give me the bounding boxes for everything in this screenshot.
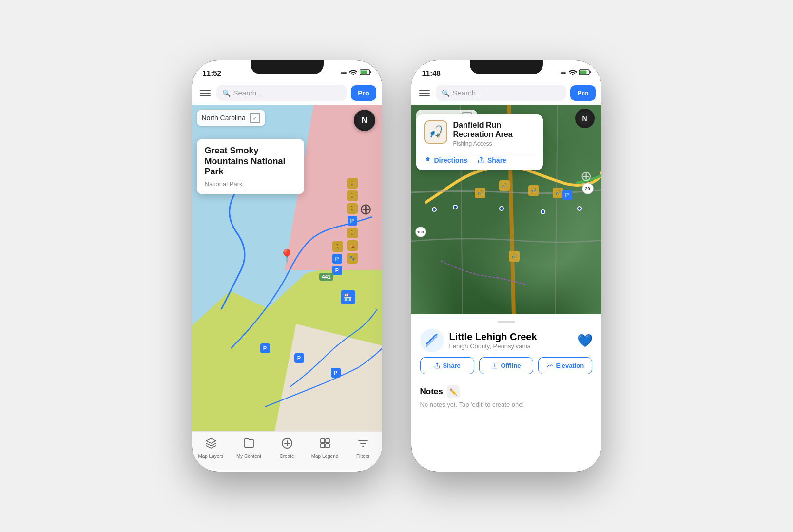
pro-button-1[interactable]: Pro [351, 85, 376, 101]
map-area-1[interactable]: North Carolina ⤢ Great Smoky Mountains N… [192, 105, 382, 431]
pro-button-2[interactable]: Pro [570, 85, 595, 101]
crosshair-icon[interactable]: ⊕ [359, 200, 372, 218]
popup2-title: Danfield Run Recreation Area [453, 120, 535, 139]
elevation-label: Elevation [556, 362, 584, 369]
status-icons-1: ▪▪▪ [341, 69, 371, 76]
parking-icon-1: P [348, 216, 357, 226]
phone-2: 11:48 ▪▪▪ 🔍 Search... Pro [411, 60, 601, 472]
popup2-inner: 🎣 Danfield Run Recreation Area Fishing A… [424, 120, 535, 147]
svg-rect-9 [590, 71, 591, 73]
battery-icon [360, 69, 371, 76]
share-label: Share [443, 362, 461, 369]
waypoint-5 [577, 206, 582, 211]
directions-button[interactable]: Directions [424, 156, 467, 164]
bottom-sheet: Little Lehigh Creek Lehigh County, Penns… [411, 314, 601, 412]
search-icon-2: 🔍 [442, 89, 450, 97]
nav-label-create: Create [279, 454, 294, 459]
notes-header: Notes ✏️ [420, 385, 593, 398]
search-placeholder-1: Search... [233, 89, 263, 97]
notes-title: Notes [420, 387, 443, 397]
sheet-title-group: Little Lehigh Creek Lehigh County, Penns… [449, 331, 571, 350]
compass-label-2: N [582, 114, 587, 122]
share-label-popup: Share [487, 156, 506, 164]
svg-rect-7 [326, 444, 329, 448]
sheet-header: Little Lehigh Creek Lehigh County, Penns… [420, 329, 593, 352]
compass-2: N [575, 109, 595, 128]
nav-label-my-content: My Content [236, 454, 261, 459]
svg-rect-10 [580, 71, 586, 74]
search-placeholder-2: Search... [453, 89, 482, 97]
signal-icon: ▪▪▪ [341, 70, 347, 76]
svg-rect-2 [360, 71, 367, 74]
svg-rect-1 [370, 71, 371, 73]
top-bar-2: 🔍 Search... Pro [411, 82, 601, 105]
hiking-icon-1: 🚶 [347, 178, 358, 189]
favorite-button[interactable]: 💙 [577, 333, 593, 348]
wifi-icon [349, 69, 357, 76]
top-bar-1: 🔍 Search... Pro [192, 82, 382, 105]
expand-icon-1[interactable]: ⤢ [250, 113, 260, 123]
svg-rect-4 [321, 439, 325, 443]
map-layers-icon [205, 437, 217, 452]
waypoint-3 [499, 206, 504, 211]
popup2-actions: Directions Share [424, 152, 535, 164]
store-icon: 🏪 [341, 290, 355, 304]
status-icons-2: ▪▪▪ [561, 69, 591, 76]
share-button-popup[interactable]: Share [477, 156, 506, 164]
map-popup-1: Great Smoky Mountains National Park Nati… [197, 139, 304, 194]
map-area-2[interactable]: 🎣 🎣 🎣 🎣 🎣 P 29 100 Pennsylvania ⤢ 🎣 Danf… [411, 105, 601, 314]
share-button[interactable]: Share [420, 357, 474, 374]
sheet-subtitle: Lehigh County, Pennsylvania [449, 342, 571, 350]
map-icons-cluster-2: 🚶 P P [332, 241, 343, 275]
route-number-100: 100 [415, 227, 426, 237]
map-popup-2: 🎣 Danfield Run Recreation Area Fishing A… [416, 114, 543, 170]
svg-rect-6 [321, 444, 325, 448]
search-icon-1: 🔍 [222, 89, 231, 97]
waypoint-4 [541, 209, 545, 214]
notch-2 [470, 60, 543, 74]
notes-edit-button[interactable]: ✏️ [447, 385, 460, 398]
parking-cluster-lower: P [260, 343, 270, 353]
wifi-icon-2 [569, 69, 577, 76]
nav-item-map-legend[interactable]: Map Legend [306, 436, 344, 459]
nav-item-create[interactable]: Create [268, 436, 306, 459]
parking-icon-3: P [332, 266, 342, 275]
status-time-2: 11:48 [422, 69, 441, 77]
hiking-icon-4: 🚶 [347, 228, 358, 238]
status-time-1: 11:52 [203, 69, 221, 77]
elevation-button[interactable]: Elevation [538, 357, 592, 374]
popup2-subtitle: Fishing Access [453, 140, 535, 147]
bottom-nav-1: Map Layers My Content Create Map Legend [192, 431, 382, 470]
route-sign: 441 [319, 273, 333, 281]
waypoint-1 [432, 207, 437, 212]
nav-item-filters[interactable]: Filters [344, 436, 382, 459]
popup-subtitle-1: National Park [205, 180, 296, 188]
battery-icon-2 [579, 69, 591, 76]
sat-parking: P [562, 190, 572, 200]
sheet-title: Little Lehigh Creek [449, 331, 571, 342]
signal-icon-2: ▪▪▪ [561, 70, 566, 76]
nav-item-my-content[interactable]: My Content [230, 436, 268, 459]
parking-lower-2: P [294, 353, 304, 363]
filters-icon [357, 437, 369, 452]
route-number-29: 29 [582, 183, 594, 194]
directions-label: Directions [434, 156, 467, 164]
menu-button-2[interactable] [417, 88, 432, 98]
parking-lower-3: P [331, 368, 341, 378]
nav-label-map-layers: Map Layers [198, 454, 223, 459]
offline-label: Offline [501, 362, 521, 369]
camping-icon: ⛺ [347, 240, 358, 251]
wildlife-icon: 🐾 [347, 253, 358, 264]
crosshair-icon-2: ⊕ [580, 168, 592, 184]
notes-section: Notes ✏️ No notes yet. Tap 'edit' to cre… [420, 380, 593, 408]
search-box-2[interactable]: 🔍 Search... [436, 85, 567, 101]
hiking-icon-2: 🚶 [347, 190, 358, 201]
svg-rect-5 [326, 439, 329, 443]
menu-button-1[interactable] [198, 88, 213, 98]
sat-icon-3: 🎣 [528, 185, 539, 196]
nav-item-map-layers[interactable]: Map Layers [192, 436, 230, 459]
search-box-1[interactable]: 🔍 Search... [216, 85, 348, 101]
my-content-icon [243, 437, 255, 452]
map-pin-1: 📍 [278, 248, 295, 265]
offline-button[interactable]: Offline [479, 357, 533, 374]
